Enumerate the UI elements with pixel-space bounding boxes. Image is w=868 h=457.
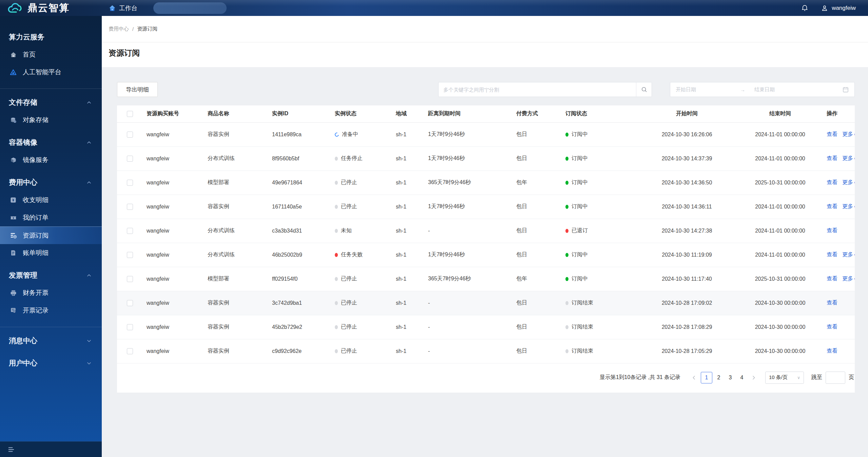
sidebar-section-container-image[interactable]: 容器镜像 [0,134,102,151]
sidebar-item-income-expense-details[interactable]: ¥收支明细 [0,191,102,209]
sidebar-section-label: 用户中心 [9,358,86,368]
sidebar-item-label: 人工智能平台 [23,68,61,77]
sidebar-item-object-storage[interactable]: 对象存储 [0,111,102,129]
jump-page-input[interactable] [826,372,845,384]
cell-instance-id: 46b25002b9 [268,243,331,267]
more-link[interactable]: 更多∨ [842,252,855,257]
subscription-status-dot [565,205,568,209]
cell-subscription-status: 订阅中 [561,243,636,267]
cell-product: 模型部署 [204,267,268,291]
row-checkbox[interactable] [127,180,133,186]
cell-instance-status: 已停止 [331,171,392,195]
sidebar-item-bill-details[interactable]: 账单明细 [0,244,102,262]
row-checkbox[interactable] [127,324,133,330]
date-range-picker[interactable]: 开始日期 → 结束日期 [670,82,855,97]
instance-status-dot [334,132,340,137]
cell-expire-in: 1天7时9分46秒 [424,243,512,267]
chevron-up-icon [86,180,92,185]
more-link[interactable]: 更多∨ [842,155,855,161]
search-button[interactable] [636,82,652,97]
view-link[interactable]: 查看 [827,203,837,209]
cell-instance-status: 已停止 [331,339,392,363]
sidebar-item-invoicing-records[interactable]: 开票记录 [0,302,102,319]
chevron-up-icon [86,273,92,278]
subscription-status-dot [565,253,568,257]
sidebar-section-message-center[interactable]: 消息中心 [0,332,102,350]
sidebar-item-ai-platform[interactable]: 人工智能平台 [0,63,102,81]
row-checkbox[interactable] [127,132,133,138]
sidebar-item-my-orders[interactable]: ¥我的订单 [0,209,102,226]
sidebar-collapse-bar[interactable] [0,441,102,457]
cell-product: 分布式训练 [204,243,268,267]
more-link[interactable]: 更多∨ [842,203,855,209]
page-size-select[interactable]: 10 条/页 ∨ [765,372,804,384]
view-link[interactable]: 查看 [827,348,837,354]
subscription-status-dot [565,349,568,353]
user-menu[interactable]: wangfeiw [821,4,856,12]
more-link[interactable]: 更多∨ [842,276,855,281]
cell-account: wangfeiw [142,315,204,339]
cell-product: 容器实例 [204,291,268,315]
prev-page-button[interactable] [689,375,699,380]
cell-subscription-status: 已退订 [561,219,636,243]
cell-pay-type: 包日 [512,291,561,315]
row-checkbox[interactable] [127,156,133,162]
breadcrumb-parent[interactable]: 费用中心 [109,26,129,32]
sidebar-section-user-center[interactable]: 用户中心 [0,354,102,372]
cell-region: sh-1 [392,171,424,195]
page-button-3[interactable]: 3 [725,372,735,383]
cell-region: sh-1 [392,315,424,339]
chevron-down-icon [86,338,92,343]
select-all-checkbox[interactable] [127,111,133,117]
cell-account: wangfeiw [142,243,204,267]
view-link[interactable]: 查看 [827,179,837,185]
page-button-4[interactable]: 4 [737,372,747,383]
view-link[interactable]: 查看 [827,227,837,233]
page-button-2[interactable]: 2 [714,372,724,383]
sidebar-item-image-service[interactable]: 镜像服务 [0,151,102,169]
cell-actions: 查看 [823,339,855,363]
row-checkbox[interactable] [127,252,133,258]
sidebar-item-label: 资源订阅 [23,231,49,240]
cell-expire-in: - [424,291,512,315]
sidebar-item-home[interactable]: 首页 [0,46,102,63]
cell-end-time: 2024-10-30 00:00:00 [738,339,823,363]
more-link[interactable]: 更多∨ [842,131,855,137]
hamburger-icon [7,446,15,453]
search-input[interactable] [439,82,636,97]
cell-instance-status: 任务停止 [331,146,392,171]
date-range-arrow: → [740,87,754,93]
row-checkbox[interactable] [127,204,133,210]
row-checkbox[interactable] [127,300,133,306]
view-link[interactable]: 查看 [827,155,837,161]
subscription-status-label: 订阅结束 [572,299,593,306]
sidebar-item-resource-subscription[interactable]: 资源订阅 [0,226,102,244]
export-button[interactable]: 导出明细 [117,82,158,97]
view-link[interactable]: 查看 [827,300,837,305]
sidebar-item-label: 首页 [23,50,36,59]
instance-status-label: 已停止 [341,323,357,331]
sidebar-item-finance-invoicing[interactable]: 财务开票 [0,284,102,302]
next-page-button[interactable] [749,375,758,380]
view-link[interactable]: 查看 [827,324,837,330]
notification-bell-icon[interactable] [801,4,809,12]
ticket-icon: ¥ [9,214,18,221]
nav-workbench[interactable]: 工作台 [109,4,137,12]
view-link[interactable]: 查看 [827,252,837,257]
page-button-1[interactable]: 1 [701,372,712,383]
sidebar-section-invoice-management[interactable]: 发票管理 [0,266,102,284]
sidebar-item-label: 我的订单 [23,213,49,222]
row-checkbox[interactable] [127,276,133,282]
view-link[interactable]: 查看 [827,276,837,281]
cell-region: sh-1 [392,146,424,171]
sidebar-section-billing-center[interactable]: 费用中心 [0,174,102,191]
view-link[interactable]: 查看 [827,131,837,137]
more-link[interactable]: 更多∨ [842,179,855,185]
instance-status-dot [335,229,338,233]
row-checkbox[interactable] [127,348,133,354]
cell-instance-id: 1671140a5e [268,195,331,219]
sidebar-section-label: 文件存储 [9,98,86,107]
sidebar-section-file-storage[interactable]: 文件存储 [0,94,102,111]
breadcrumb-current: 资源订阅 [137,26,157,32]
row-checkbox[interactable] [127,228,133,234]
